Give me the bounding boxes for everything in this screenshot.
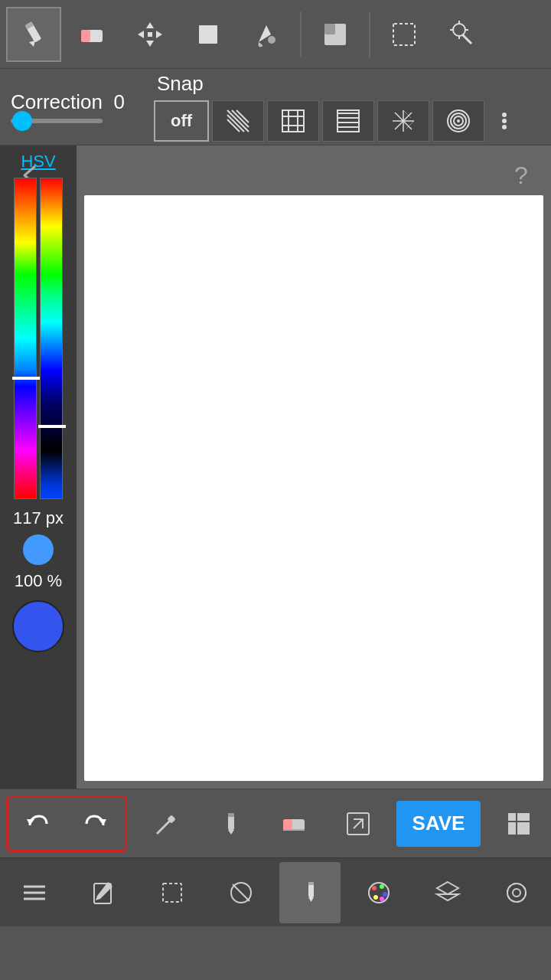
svg-rect-14 [393,24,415,45]
svg-marker-7 [138,31,144,38]
left-panel: HSV 117 px 100 % [0,145,77,789]
svg-marker-8 [156,31,162,38]
pencil-bottom-button[interactable] [204,798,256,850]
toolbar-divider2 [369,11,370,57]
svg-marker-86 [437,894,458,900]
save-label: SAVE [412,812,465,835]
svg-marker-6 [146,41,154,47]
nav-settings-button[interactable] [486,862,547,923]
svg-line-75 [233,884,249,901]
top-toolbar [0,0,551,69]
svg-rect-66 [508,827,516,835]
correction-slider-container [11,119,139,123]
correction-value: 0 [113,90,124,113]
svg-point-84 [380,897,384,901]
correction-row: Correction 0 Snap off [0,69,551,145]
eraser-bottom-button[interactable] [268,798,320,850]
svg-rect-73 [163,884,181,902]
svg-rect-78 [308,882,314,885]
nav-menu-button[interactable] [4,862,65,923]
magic-wand-tool[interactable] [435,7,490,62]
canvas-area[interactable] [84,195,543,781]
svg-line-23 [227,115,244,132]
snap-circles-button[interactable] [432,100,484,142]
nav-erase-button[interactable] [210,862,272,923]
svg-point-45 [457,119,460,122]
color-swatch[interactable] [12,600,64,652]
svg-line-15 [462,34,471,44]
svg-marker-77 [308,897,314,902]
size-label: 117 px [13,508,64,528]
help-label: ? [514,162,528,190]
snap-buttons-row: off [149,100,551,142]
snap-off-label: off [171,111,192,131]
sv-strip[interactable] [40,178,63,499]
nav-layers-button[interactable] [417,862,478,923]
svg-marker-5 [146,22,154,28]
color-pickers [14,178,63,499]
snap-grid-button[interactable] [267,100,319,142]
snap-section: Snap off [149,66,551,148]
fill-tool[interactable] [239,7,294,62]
redo-button[interactable] [67,798,125,850]
correction-slider-track[interactable] [11,119,103,123]
save-button[interactable]: SAVE [396,801,481,847]
snap-horiz-button[interactable] [322,100,374,142]
correction-label: Correction 0 [11,90,139,114]
hue-indicator [12,377,40,380]
svg-point-46 [502,113,507,117]
toolbar-divider [300,11,302,57]
eraser-tool[interactable] [64,7,119,62]
svg-rect-60 [508,813,516,821]
pencil-tool[interactable] [6,7,61,62]
nav-palette-button[interactable] [348,862,409,923]
svg-point-82 [383,892,387,897]
snap-label: Snap [149,72,551,96]
sv-indicator [38,425,66,428]
svg-point-81 [380,884,384,889]
svg-point-16 [453,24,465,36]
correction-slider-thumb[interactable] [12,111,32,131]
svg-rect-10 [199,25,217,44]
svg-point-88 [513,889,520,897]
svg-point-48 [502,125,507,129]
opacity-label: 100 % [15,571,62,591]
svg-rect-30 [282,110,304,132]
move-tool[interactable] [122,7,178,62]
svg-rect-11 [268,36,276,44]
svg-rect-54 [228,813,234,817]
color-sample-tool[interactable] [308,7,363,62]
nav-brush-button[interactable] [279,862,341,923]
svg-point-47 [502,119,507,123]
correction-text: Correction [11,90,103,113]
svg-rect-62 [522,813,530,821]
snap-off-button[interactable]: off [154,100,209,142]
snap-radial-button[interactable] [377,100,429,142]
main-area: ? HSV 117 px 100 % [0,145,551,789]
nav-selection-button[interactable] [142,862,203,923]
undo-button[interactable] [8,798,67,850]
svg-marker-1 [29,41,35,47]
correction-section: Correction 0 [0,84,149,129]
hue-strip[interactable] [14,178,37,499]
grid-bottom-button[interactable] [493,798,545,850]
snap-diagonal-button[interactable] [212,100,264,142]
help-button[interactable]: ? [502,156,540,194]
eyedropper-button[interactable] [139,798,191,850]
svg-line-21 [227,110,249,132]
svg-line-22 [232,110,249,127]
svg-rect-56 [283,819,292,830]
svg-rect-68 [522,827,530,835]
export-button[interactable] [332,798,384,850]
rectangle-tool[interactable] [181,7,236,62]
svg-line-59 [354,819,363,828]
bottom-toolbar: SAVE [0,789,551,858]
svg-rect-9 [148,32,152,37]
svg-marker-53 [228,830,234,835]
selection-tool[interactable] [377,7,432,62]
nav-edit-button[interactable] [73,862,134,923]
svg-point-80 [372,886,377,890]
size-dot [23,534,54,565]
svg-point-83 [373,895,378,900]
snap-more-button[interactable] [487,100,521,142]
